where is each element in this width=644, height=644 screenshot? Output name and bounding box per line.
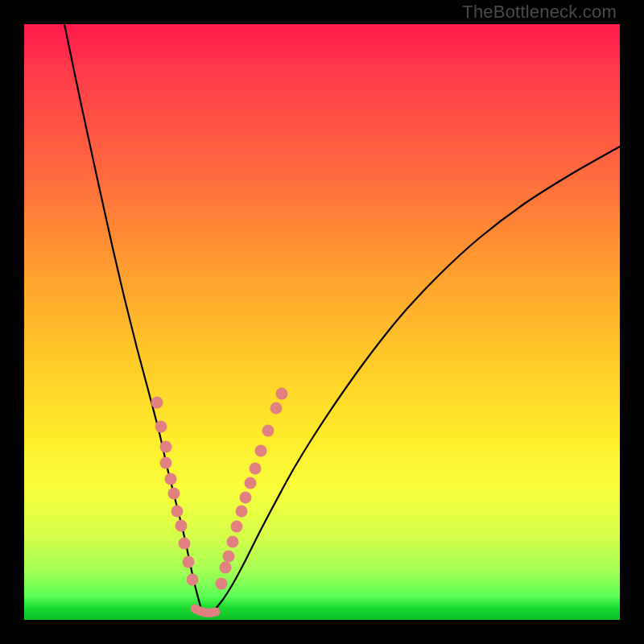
data-dot xyxy=(171,506,184,518)
data-dot xyxy=(151,397,163,409)
chart-frame xyxy=(24,24,620,620)
data-dot xyxy=(262,425,275,437)
data-dot xyxy=(155,421,167,433)
data-dot xyxy=(160,457,172,469)
data-dot xyxy=(168,488,180,500)
data-dot xyxy=(270,402,283,415)
data-dot xyxy=(223,551,235,563)
data-dot xyxy=(245,477,257,489)
data-dot xyxy=(231,521,243,533)
data-dot xyxy=(187,574,199,586)
data-dot xyxy=(179,538,191,550)
dots-left-cluster xyxy=(151,397,199,586)
bottleneck-curve xyxy=(64,24,620,613)
data-dot xyxy=(165,473,177,485)
data-dot xyxy=(236,506,248,518)
data-dot xyxy=(276,388,288,400)
data-dot xyxy=(160,441,172,453)
data-dot xyxy=(250,463,262,475)
data-dot xyxy=(240,492,252,504)
data-dot xyxy=(216,578,228,590)
dots-right-cluster xyxy=(216,388,288,590)
watermark-text: TheBottleneck.com xyxy=(462,2,617,23)
data-dot xyxy=(227,536,239,548)
valley-marker xyxy=(195,609,216,613)
data-dot xyxy=(175,520,188,532)
curve-layer xyxy=(24,24,620,620)
data-dot xyxy=(183,556,195,568)
data-dot xyxy=(220,562,232,574)
data-dot xyxy=(255,445,267,457)
